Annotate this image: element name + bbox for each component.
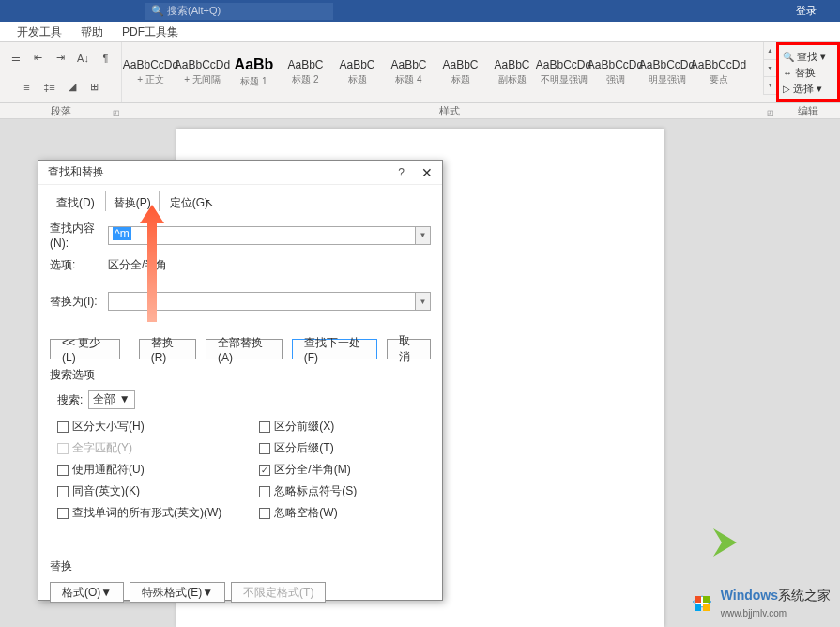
style-heading4[interactable]: AaBbC标题 4 bbox=[384, 46, 434, 99]
sort-icon[interactable]: A↓ bbox=[74, 50, 93, 67]
dialog-title: 查找和替换 bbox=[48, 164, 104, 180]
borders-icon[interactable]: ⊞ bbox=[85, 79, 104, 96]
tab-find[interactable]: 查找(D) bbox=[48, 191, 103, 211]
find-next-button[interactable]: 查找下一处(F) bbox=[292, 339, 377, 359]
style-normal[interactable]: AaBbCcDd+ 正文 bbox=[126, 46, 176, 99]
chk-ignore-space[interactable]: 忽略空格(W) bbox=[259, 505, 357, 521]
style-scroll: ▲ ▼ ▾ bbox=[763, 42, 776, 95]
dialog-title-bar[interactable]: 查找和替换 ? ✕ bbox=[38, 161, 442, 185]
special-format-button[interactable]: 特殊格式(E) ▼ bbox=[130, 582, 225, 603]
style-title[interactable]: AaBbC标题 bbox=[332, 46, 382, 99]
format-button[interactable]: 格式(O) ▼ bbox=[50, 582, 124, 603]
style-subtitle[interactable]: AaBbC副标题 bbox=[487, 46, 537, 99]
chk-wildcards[interactable]: 使用通配符(U) bbox=[57, 462, 221, 478]
indent-decrease-icon[interactable]: ⇤ bbox=[29, 50, 48, 67]
replace-section-title: 替换 bbox=[50, 558, 431, 574]
paragraph-mark-icon[interactable]: ¶ bbox=[97, 50, 115, 67]
style-heading2[interactable]: AaBbC标题 2 bbox=[281, 46, 330, 99]
cursor-icon: ↖ bbox=[205, 196, 214, 209]
close-button[interactable]: ✕ bbox=[421, 165, 433, 180]
ribbon-tabs: 开发工具 帮助 PDF工具集 bbox=[0, 22, 840, 42]
chk-ignore-punct[interactable]: 忽略标点符号(S) bbox=[259, 483, 357, 499]
style-intense-emphasis[interactable]: AaBbCcDd明显强调 bbox=[642, 46, 692, 99]
tab-goto[interactable]: 定位(G)↖ bbox=[161, 191, 222, 211]
style-nospacing[interactable]: AaBbCcDd+ 无间隔 bbox=[177, 46, 227, 99]
search-placeholder: 搜索(Alt+Q) bbox=[167, 4, 221, 18]
find-history-dropdown[interactable]: ▼ bbox=[416, 226, 431, 245]
paragraph-label: 段落◰ bbox=[0, 103, 122, 118]
shading-icon[interactable]: ◪ bbox=[63, 79, 82, 96]
chk-word-forms[interactable]: 查找单词的所有形式(英文)(W) bbox=[57, 505, 221, 521]
dialog-launcher-icon[interactable]: ◰ bbox=[767, 109, 774, 117]
search-icon: 🔍 bbox=[151, 5, 164, 17]
replace-button[interactable]: ↔替换 bbox=[783, 66, 833, 80]
chk-match-case[interactable]: 区分大小写(H) bbox=[57, 419, 221, 435]
find-label: 查找内容(N): bbox=[50, 221, 108, 250]
style-subtle-emphasis[interactable]: AaBbCcDd不明显强调 bbox=[539, 46, 588, 99]
search-input[interactable]: 🔍 搜索(Alt+Q) bbox=[145, 3, 333, 20]
tab-developer[interactable]: 开发工具 bbox=[8, 22, 71, 41]
replace-input[interactable] bbox=[108, 292, 416, 311]
search-scope-label: 搜索: bbox=[57, 392, 83, 408]
no-format-button: 不限定格式(T) bbox=[231, 582, 326, 603]
chk-match-prefix[interactable]: 区分前缀(X) bbox=[259, 419, 357, 435]
dialog-launcher-icon[interactable]: ◰ bbox=[113, 109, 120, 117]
options-value: 区分全/半角 bbox=[108, 257, 167, 273]
replace-all-button[interactable]: 全部替换(A) bbox=[206, 339, 283, 359]
dialog-tabs: 查找(D) 替换(P) 定位(G)↖ bbox=[38, 185, 442, 211]
replace-history-dropdown[interactable]: ▼ bbox=[416, 292, 431, 311]
select-button[interactable]: ▷选择 ▾ bbox=[783, 82, 833, 96]
chk-whole-word: 全字匹配(Y) bbox=[57, 440, 221, 456]
checkbox-col-left: 区分大小写(H) 全字匹配(Y) 使用通配符(U) 同音(英文)(K) 查找单词… bbox=[57, 419, 221, 521]
align-icon[interactable]: ≡ bbox=[18, 79, 37, 96]
replace-icon: ↔ bbox=[783, 68, 792, 78]
cancel-button[interactable]: 取消 bbox=[387, 339, 431, 359]
group-labels: 段落◰ 样式◰ 编辑 bbox=[0, 103, 840, 119]
replace-one-button[interactable]: 替换(R) bbox=[139, 339, 196, 359]
editing-group: 🔍查找 ▾ ↔替换 ▷选择 ▾ bbox=[776, 42, 840, 102]
chk-match-suffix[interactable]: 区分后缀(T) bbox=[259, 440, 357, 456]
find-icon: 🔍 bbox=[783, 52, 794, 62]
list-icon[interactable]: ☰ bbox=[7, 50, 25, 67]
chevron-down-icon: ▾ bbox=[817, 83, 822, 95]
search-scope-select[interactable]: 全部 ▼ bbox=[88, 390, 134, 409]
styles-label: 样式◰ bbox=[122, 103, 776, 118]
chk-match-width[interactable]: 区分全/半角(M) bbox=[259, 462, 357, 478]
dialog-body: 查找内容(N): ^m ▼ 选项: 区分全/半角 替换为(I): ▼ << 更少… bbox=[38, 211, 442, 612]
style-heading1[interactable]: AaBb标题 1 bbox=[229, 46, 279, 99]
style-more-icon[interactable]: ▾ bbox=[764, 77, 776, 95]
chevron-down-icon: ▾ bbox=[820, 51, 826, 63]
style-scroll-down-icon[interactable]: ▼ bbox=[764, 60, 776, 78]
line-spacing-icon[interactable]: ‡≡ bbox=[40, 79, 59, 96]
less-button[interactable]: << 更少(L) bbox=[50, 339, 120, 359]
search-options-title: 搜索选项 bbox=[50, 367, 431, 383]
select-icon: ▷ bbox=[783, 84, 790, 94]
find-input[interactable]: ^m bbox=[108, 226, 416, 245]
style-emphasis[interactable]: AaBbCcDd强调 bbox=[590, 46, 640, 99]
find-button[interactable]: 🔍查找 ▾ bbox=[783, 50, 833, 64]
login-button[interactable]: 登录 bbox=[796, 4, 817, 18]
options-label: 选项: bbox=[50, 257, 108, 273]
ribbon: ☰ ⇤ ⇥ A↓ ¶ ≡ ‡≡ ◪ ⊞ AaBbCcDd+ 正文 AaBbCcD… bbox=[0, 42, 840, 103]
tab-help[interactable]: 帮助 bbox=[71, 22, 113, 41]
style-strong[interactable]: AaBbCcDd要点 bbox=[694, 46, 743, 99]
title-bar: 🔍 搜索(Alt+Q) 登录 bbox=[0, 0, 840, 22]
indent-increase-icon[interactable]: ⇥ bbox=[52, 50, 70, 67]
style-scroll-up-icon[interactable]: ▲ bbox=[764, 42, 776, 60]
tab-pdf[interactable]: PDF工具集 bbox=[113, 22, 188, 41]
find-replace-dialog: 查找和替换 ? ✕ 查找(D) 替换(P) 定位(G)↖ 查找内容(N): ^m… bbox=[38, 160, 443, 601]
tab-replace[interactable]: 替换(P) bbox=[105, 191, 160, 211]
paragraph-group: ☰ ⇤ ⇥ A↓ ¶ ≡ ‡≡ ◪ ⊞ bbox=[0, 42, 122, 102]
replace-label: 替换为(I): bbox=[50, 294, 108, 310]
edit-label: 编辑 bbox=[776, 103, 840, 118]
style-title2[interactable]: AaBbC标题 bbox=[435, 46, 485, 99]
checkbox-col-right: 区分前缀(X) 区分后缀(T) 区分全/半角(M) 忽略标点符号(S) 忽略空格… bbox=[259, 419, 357, 521]
help-button[interactable]: ? bbox=[398, 166, 405, 179]
chk-sounds-like[interactable]: 同音(英文)(K) bbox=[57, 483, 221, 499]
styles-gallery[interactable]: AaBbCcDd+ 正文 AaBbCcDd+ 无间隔 AaBb标题 1 AaBb… bbox=[122, 42, 763, 102]
